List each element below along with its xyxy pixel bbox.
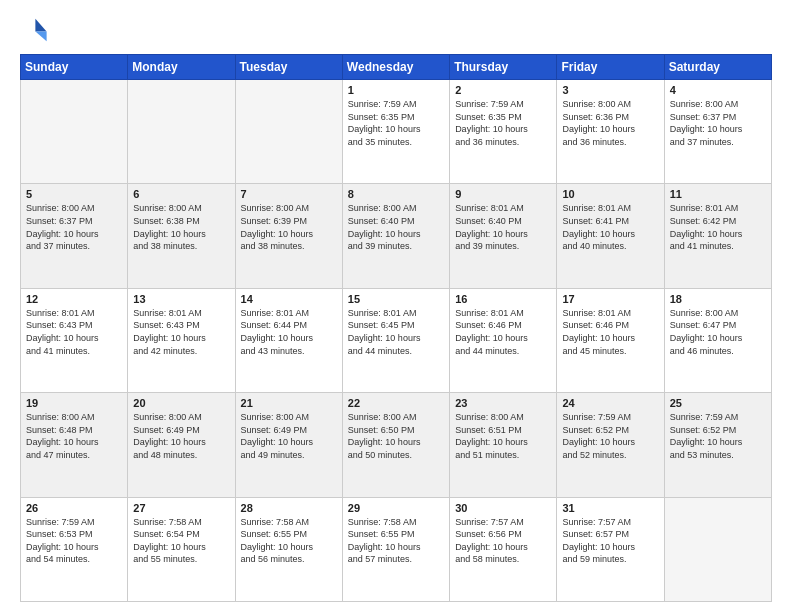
- day-info: Sunrise: 7:58 AM Sunset: 6:54 PM Dayligh…: [133, 516, 229, 566]
- day-number: 4: [670, 84, 766, 96]
- day-info: Sunrise: 7:59 AM Sunset: 6:35 PM Dayligh…: [455, 98, 551, 148]
- day-info: Sunrise: 8:00 AM Sunset: 6:49 PM Dayligh…: [241, 411, 337, 461]
- day-number: 10: [562, 188, 658, 200]
- day-info: Sunrise: 8:00 AM Sunset: 6:36 PM Dayligh…: [562, 98, 658, 148]
- day-info: Sunrise: 8:00 AM Sunset: 6:37 PM Dayligh…: [26, 202, 122, 252]
- day-number: 24: [562, 397, 658, 409]
- calendar-cell: 8Sunrise: 8:00 AM Sunset: 6:40 PM Daylig…: [342, 184, 449, 288]
- calendar-table: SundayMondayTuesdayWednesdayThursdayFrid…: [20, 54, 772, 602]
- calendar-cell: [128, 80, 235, 184]
- weekday-header-thursday: Thursday: [450, 55, 557, 80]
- day-number: 5: [26, 188, 122, 200]
- day-info: Sunrise: 8:00 AM Sunset: 6:38 PM Dayligh…: [133, 202, 229, 252]
- day-number: 23: [455, 397, 551, 409]
- calendar-cell: 16Sunrise: 8:01 AM Sunset: 6:46 PM Dayli…: [450, 288, 557, 392]
- day-number: 31: [562, 502, 658, 514]
- calendar-cell: 9Sunrise: 8:01 AM Sunset: 6:40 PM Daylig…: [450, 184, 557, 288]
- calendar-cell: 30Sunrise: 7:57 AM Sunset: 6:56 PM Dayli…: [450, 497, 557, 601]
- day-info: Sunrise: 7:58 AM Sunset: 6:55 PM Dayligh…: [241, 516, 337, 566]
- day-number: 28: [241, 502, 337, 514]
- day-number: 8: [348, 188, 444, 200]
- day-number: 25: [670, 397, 766, 409]
- header: [20, 16, 772, 44]
- calendar-cell: 15Sunrise: 8:01 AM Sunset: 6:45 PM Dayli…: [342, 288, 449, 392]
- calendar-cell: 1Sunrise: 7:59 AM Sunset: 6:35 PM Daylig…: [342, 80, 449, 184]
- day-number: 12: [26, 293, 122, 305]
- day-info: Sunrise: 8:01 AM Sunset: 6:43 PM Dayligh…: [26, 307, 122, 357]
- weekday-header-tuesday: Tuesday: [235, 55, 342, 80]
- day-info: Sunrise: 8:01 AM Sunset: 6:46 PM Dayligh…: [562, 307, 658, 357]
- calendar-cell: 20Sunrise: 8:00 AM Sunset: 6:49 PM Dayli…: [128, 393, 235, 497]
- svg-marker-1: [35, 31, 46, 41]
- day-number: 6: [133, 188, 229, 200]
- day-number: 7: [241, 188, 337, 200]
- day-number: 29: [348, 502, 444, 514]
- day-info: Sunrise: 7:59 AM Sunset: 6:35 PM Dayligh…: [348, 98, 444, 148]
- calendar-cell: 3Sunrise: 8:00 AM Sunset: 6:36 PM Daylig…: [557, 80, 664, 184]
- day-number: 21: [241, 397, 337, 409]
- calendar-cell: 19Sunrise: 8:00 AM Sunset: 6:48 PM Dayli…: [21, 393, 128, 497]
- calendar-cell: 28Sunrise: 7:58 AM Sunset: 6:55 PM Dayli…: [235, 497, 342, 601]
- weekday-header-saturday: Saturday: [664, 55, 771, 80]
- day-info: Sunrise: 7:59 AM Sunset: 6:53 PM Dayligh…: [26, 516, 122, 566]
- day-info: Sunrise: 8:01 AM Sunset: 6:41 PM Dayligh…: [562, 202, 658, 252]
- day-number: 27: [133, 502, 229, 514]
- week-row-2: 5Sunrise: 8:00 AM Sunset: 6:37 PM Daylig…: [21, 184, 772, 288]
- week-row-3: 12Sunrise: 8:01 AM Sunset: 6:43 PM Dayli…: [21, 288, 772, 392]
- day-info: Sunrise: 8:01 AM Sunset: 6:43 PM Dayligh…: [133, 307, 229, 357]
- calendar-cell: 22Sunrise: 8:00 AM Sunset: 6:50 PM Dayli…: [342, 393, 449, 497]
- day-number: 13: [133, 293, 229, 305]
- calendar-cell: 4Sunrise: 8:00 AM Sunset: 6:37 PM Daylig…: [664, 80, 771, 184]
- day-info: Sunrise: 8:00 AM Sunset: 6:47 PM Dayligh…: [670, 307, 766, 357]
- calendar-cell: 18Sunrise: 8:00 AM Sunset: 6:47 PM Dayli…: [664, 288, 771, 392]
- day-number: 18: [670, 293, 766, 305]
- day-number: 17: [562, 293, 658, 305]
- calendar-cell: 21Sunrise: 8:00 AM Sunset: 6:49 PM Dayli…: [235, 393, 342, 497]
- day-info: Sunrise: 7:59 AM Sunset: 6:52 PM Dayligh…: [670, 411, 766, 461]
- day-info: Sunrise: 7:57 AM Sunset: 6:57 PM Dayligh…: [562, 516, 658, 566]
- weekday-header-sunday: Sunday: [21, 55, 128, 80]
- day-number: 14: [241, 293, 337, 305]
- calendar-cell: 24Sunrise: 7:59 AM Sunset: 6:52 PM Dayli…: [557, 393, 664, 497]
- day-number: 11: [670, 188, 766, 200]
- day-info: Sunrise: 7:57 AM Sunset: 6:56 PM Dayligh…: [455, 516, 551, 566]
- calendar-cell: 12Sunrise: 8:01 AM Sunset: 6:43 PM Dayli…: [21, 288, 128, 392]
- calendar-cell: 7Sunrise: 8:00 AM Sunset: 6:39 PM Daylig…: [235, 184, 342, 288]
- day-number: 1: [348, 84, 444, 96]
- weekday-header-row: SundayMondayTuesdayWednesdayThursdayFrid…: [21, 55, 772, 80]
- day-info: Sunrise: 8:00 AM Sunset: 6:39 PM Dayligh…: [241, 202, 337, 252]
- page: SundayMondayTuesdayWednesdayThursdayFrid…: [0, 0, 792, 612]
- day-info: Sunrise: 8:01 AM Sunset: 6:44 PM Dayligh…: [241, 307, 337, 357]
- svg-marker-0: [35, 19, 46, 32]
- day-number: 16: [455, 293, 551, 305]
- calendar-cell: 23Sunrise: 8:00 AM Sunset: 6:51 PM Dayli…: [450, 393, 557, 497]
- calendar-cell: 6Sunrise: 8:00 AM Sunset: 6:38 PM Daylig…: [128, 184, 235, 288]
- calendar-cell: [664, 497, 771, 601]
- day-info: Sunrise: 8:00 AM Sunset: 6:48 PM Dayligh…: [26, 411, 122, 461]
- calendar-cell: 26Sunrise: 7:59 AM Sunset: 6:53 PM Dayli…: [21, 497, 128, 601]
- day-info: Sunrise: 8:01 AM Sunset: 6:40 PM Dayligh…: [455, 202, 551, 252]
- day-number: 20: [133, 397, 229, 409]
- calendar-cell: 2Sunrise: 7:59 AM Sunset: 6:35 PM Daylig…: [450, 80, 557, 184]
- calendar-cell: 31Sunrise: 7:57 AM Sunset: 6:57 PM Dayli…: [557, 497, 664, 601]
- day-number: 9: [455, 188, 551, 200]
- week-row-1: 1Sunrise: 7:59 AM Sunset: 6:35 PM Daylig…: [21, 80, 772, 184]
- logo: [20, 16, 52, 44]
- calendar-cell: 29Sunrise: 7:58 AM Sunset: 6:55 PM Dayli…: [342, 497, 449, 601]
- weekday-header-friday: Friday: [557, 55, 664, 80]
- day-info: Sunrise: 8:01 AM Sunset: 6:42 PM Dayligh…: [670, 202, 766, 252]
- week-row-5: 26Sunrise: 7:59 AM Sunset: 6:53 PM Dayli…: [21, 497, 772, 601]
- logo-icon: [20, 16, 48, 44]
- day-info: Sunrise: 8:00 AM Sunset: 6:37 PM Dayligh…: [670, 98, 766, 148]
- day-info: Sunrise: 8:00 AM Sunset: 6:49 PM Dayligh…: [133, 411, 229, 461]
- week-row-4: 19Sunrise: 8:00 AM Sunset: 6:48 PM Dayli…: [21, 393, 772, 497]
- calendar-cell: 10Sunrise: 8:01 AM Sunset: 6:41 PM Dayli…: [557, 184, 664, 288]
- calendar-cell: 14Sunrise: 8:01 AM Sunset: 6:44 PM Dayli…: [235, 288, 342, 392]
- day-info: Sunrise: 8:00 AM Sunset: 6:51 PM Dayligh…: [455, 411, 551, 461]
- calendar-cell: [235, 80, 342, 184]
- day-number: 19: [26, 397, 122, 409]
- calendar-cell: 17Sunrise: 8:01 AM Sunset: 6:46 PM Dayli…: [557, 288, 664, 392]
- calendar-cell: 13Sunrise: 8:01 AM Sunset: 6:43 PM Dayli…: [128, 288, 235, 392]
- calendar-cell: 5Sunrise: 8:00 AM Sunset: 6:37 PM Daylig…: [21, 184, 128, 288]
- calendar-cell: 25Sunrise: 7:59 AM Sunset: 6:52 PM Dayli…: [664, 393, 771, 497]
